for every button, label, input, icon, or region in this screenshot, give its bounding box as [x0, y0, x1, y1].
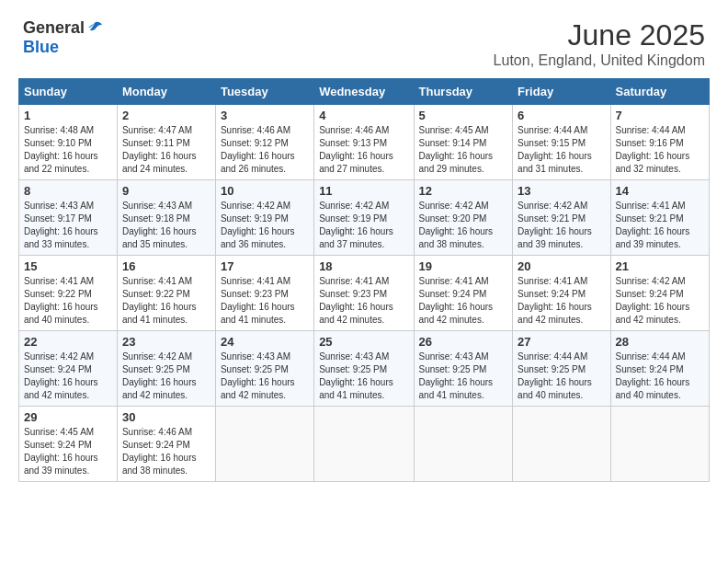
table-row: 18Sunrise: 4:41 AMSunset: 9:23 PMDayligh…	[314, 256, 414, 331]
table-row: 6Sunrise: 4:44 AMSunset: 9:15 PMDaylight…	[513, 105, 610, 180]
day-number: 14	[616, 184, 704, 198]
table-row: 28Sunrise: 4:44 AMSunset: 9:24 PMDayligh…	[610, 331, 709, 407]
table-row	[513, 407, 610, 482]
table-row: 23Sunrise: 4:42 AMSunset: 9:25 PMDayligh…	[117, 331, 215, 407]
day-number: 6	[518, 109, 605, 122]
cell-content: Sunrise: 4:45 AMSunset: 9:24 PMDaylight:…	[24, 426, 112, 477]
logo: General Blue	[23, 18, 103, 57]
table-row: 3Sunrise: 4:46 AMSunset: 9:12 PMDaylight…	[215, 105, 313, 180]
table-row	[414, 407, 513, 482]
calendar-header-row: Sunday Monday Tuesday Wednesday Thursday…	[19, 79, 710, 105]
day-number: 25	[319, 335, 408, 349]
cell-content: Sunrise: 4:46 AMSunset: 9:12 PMDaylight:…	[221, 124, 309, 176]
cell-content: Sunrise: 4:42 AMSunset: 9:19 PMDaylight:…	[221, 200, 309, 251]
day-number: 17	[221, 259, 309, 273]
day-number: 13	[518, 184, 605, 198]
table-row	[215, 407, 313, 482]
col-friday: Friday	[513, 79, 610, 105]
logo-general-text: General	[23, 18, 85, 38]
table-row: 15Sunrise: 4:41 AMSunset: 9:22 PMDayligh…	[19, 256, 118, 331]
cell-content: Sunrise: 4:41 AMSunset: 9:23 PMDaylight:…	[221, 275, 309, 327]
table-row: 2Sunrise: 4:47 AMSunset: 9:11 PMDaylight…	[117, 105, 215, 180]
day-number: 1	[24, 109, 112, 122]
table-row: 26Sunrise: 4:43 AMSunset: 9:25 PMDayligh…	[414, 331, 513, 407]
day-number: 15	[24, 259, 112, 273]
day-number: 4	[319, 109, 408, 122]
table-row: 20Sunrise: 4:41 AMSunset: 9:24 PMDayligh…	[513, 256, 610, 331]
cell-content: Sunrise: 4:41 AMSunset: 9:24 PMDaylight:…	[518, 275, 605, 327]
calendar-row: 1Sunrise: 4:48 AMSunset: 9:10 PMDaylight…	[19, 105, 710, 180]
table-row: 12Sunrise: 4:42 AMSunset: 9:20 PMDayligh…	[414, 180, 513, 256]
day-number: 7	[616, 109, 704, 122]
title-area: June 2025 Luton, England, United Kingdom	[494, 18, 705, 69]
table-row: 27Sunrise: 4:44 AMSunset: 9:25 PMDayligh…	[513, 331, 610, 407]
cell-content: Sunrise: 4:42 AMSunset: 9:25 PMDaylight:…	[122, 350, 210, 402]
col-sunday: Sunday	[19, 79, 118, 105]
day-number: 28	[616, 335, 704, 349]
logo-blue-text: Blue	[23, 38, 59, 56]
calendar-row: 15Sunrise: 4:41 AMSunset: 9:22 PMDayligh…	[19, 256, 710, 331]
day-number: 29	[24, 410, 112, 424]
table-row: 4Sunrise: 4:46 AMSunset: 9:13 PMDaylight…	[314, 105, 414, 180]
cell-content: Sunrise: 4:43 AMSunset: 9:25 PMDaylight:…	[319, 350, 408, 402]
table-row: 16Sunrise: 4:41 AMSunset: 9:22 PMDayligh…	[117, 256, 215, 331]
day-number: 8	[24, 184, 112, 198]
cell-content: Sunrise: 4:42 AMSunset: 9:24 PMDaylight:…	[24, 350, 112, 402]
table-row: 25Sunrise: 4:43 AMSunset: 9:25 PMDayligh…	[314, 331, 414, 407]
day-number: 9	[122, 184, 210, 198]
cell-content: Sunrise: 4:43 AMSunset: 9:25 PMDaylight:…	[221, 350, 309, 402]
cell-content: Sunrise: 4:44 AMSunset: 9:25 PMDaylight:…	[518, 350, 605, 402]
table-row: 11Sunrise: 4:42 AMSunset: 9:19 PMDayligh…	[314, 180, 414, 256]
table-row: 14Sunrise: 4:41 AMSunset: 9:21 PMDayligh…	[610, 180, 709, 256]
table-row: 24Sunrise: 4:43 AMSunset: 9:25 PMDayligh…	[215, 331, 313, 407]
day-number: 23	[122, 335, 210, 349]
day-number: 3	[221, 109, 309, 122]
day-number: 22	[24, 335, 112, 349]
cell-content: Sunrise: 4:41 AMSunset: 9:23 PMDaylight:…	[319, 275, 408, 327]
month-title: June 2025	[494, 18, 705, 52]
cell-content: Sunrise: 4:44 AMSunset: 9:24 PMDaylight:…	[616, 350, 704, 402]
header: General Blue June 2025 Luton, England, U…	[9, 9, 719, 74]
day-number: 5	[419, 109, 508, 122]
table-row	[314, 407, 414, 482]
col-saturday: Saturday	[610, 79, 709, 105]
col-monday: Monday	[117, 79, 215, 105]
cell-content: Sunrise: 4:42 AMSunset: 9:21 PMDaylight:…	[518, 200, 605, 251]
calendar-row: 29Sunrise: 4:45 AMSunset: 9:24 PMDayligh…	[19, 407, 710, 482]
table-row: 17Sunrise: 4:41 AMSunset: 9:23 PMDayligh…	[215, 256, 313, 331]
cell-content: Sunrise: 4:43 AMSunset: 9:25 PMDaylight:…	[419, 350, 508, 402]
day-number: 24	[221, 335, 309, 349]
cell-content: Sunrise: 4:47 AMSunset: 9:11 PMDaylight:…	[122, 124, 210, 176]
day-number: 27	[518, 335, 605, 349]
day-number: 10	[221, 184, 309, 198]
cell-content: Sunrise: 4:48 AMSunset: 9:10 PMDaylight:…	[24, 124, 112, 176]
calendar-row: 8Sunrise: 4:43 AMSunset: 9:17 PMDaylight…	[19, 180, 710, 256]
day-number: 21	[616, 259, 704, 273]
table-row: 5Sunrise: 4:45 AMSunset: 9:14 PMDaylight…	[414, 105, 513, 180]
cell-content: Sunrise: 4:41 AMSunset: 9:22 PMDaylight:…	[122, 275, 210, 327]
table-row: 7Sunrise: 4:44 AMSunset: 9:16 PMDaylight…	[610, 105, 709, 180]
location-title: Luton, England, United Kingdom	[494, 52, 705, 69]
table-row: 8Sunrise: 4:43 AMSunset: 9:17 PMDaylight…	[19, 180, 118, 256]
calendar-table: Sunday Monday Tuesday Wednesday Thursday…	[18, 78, 710, 482]
table-row: 21Sunrise: 4:42 AMSunset: 9:24 PMDayligh…	[610, 256, 709, 331]
day-number: 18	[319, 259, 408, 273]
day-number: 11	[319, 184, 408, 198]
day-number: 16	[122, 259, 210, 273]
cell-content: Sunrise: 4:41 AMSunset: 9:22 PMDaylight:…	[24, 275, 112, 327]
cell-content: Sunrise: 4:42 AMSunset: 9:24 PMDaylight:…	[616, 275, 704, 327]
cell-content: Sunrise: 4:43 AMSunset: 9:18 PMDaylight:…	[122, 200, 210, 251]
cell-content: Sunrise: 4:46 AMSunset: 9:13 PMDaylight:…	[319, 124, 408, 176]
logo-bird-icon	[86, 20, 103, 37]
day-number: 2	[122, 109, 210, 122]
day-number: 30	[122, 410, 210, 424]
cell-content: Sunrise: 4:46 AMSunset: 9:24 PMDaylight:…	[122, 426, 210, 477]
calendar-wrapper: Sunday Monday Tuesday Wednesday Thursday…	[9, 74, 719, 491]
col-tuesday: Tuesday	[215, 79, 313, 105]
table-row	[610, 407, 709, 482]
day-number: 12	[419, 184, 508, 198]
cell-content: Sunrise: 4:45 AMSunset: 9:14 PMDaylight:…	[419, 124, 508, 176]
table-row: 30Sunrise: 4:46 AMSunset: 9:24 PMDayligh…	[117, 407, 215, 482]
table-row: 13Sunrise: 4:42 AMSunset: 9:21 PMDayligh…	[513, 180, 610, 256]
col-wednesday: Wednesday	[314, 79, 414, 105]
